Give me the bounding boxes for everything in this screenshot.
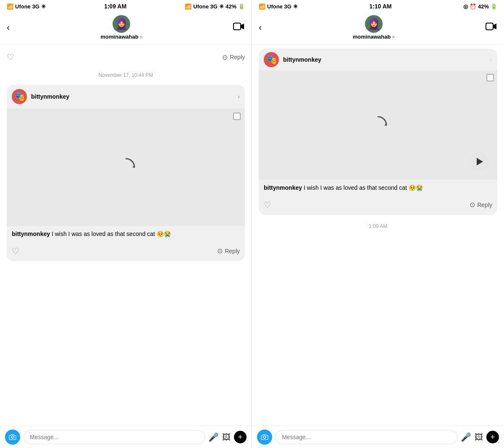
story-username-inline-left: bittynmonkey bbox=[12, 231, 50, 237]
plus-button-right[interactable]: + bbox=[486, 431, 499, 443]
back-button-left[interactable]: ‹ bbox=[7, 22, 10, 33]
status-right-left: 📶 Ufone 3G ✳ 42% 🔋 bbox=[185, 3, 245, 10]
timestamp-right: 1:09 AM bbox=[259, 221, 497, 232]
story-card-header-left[interactable]: 🎭 bittynmonkey › bbox=[7, 85, 245, 108]
heart-button-prev[interactable]: ♡ bbox=[7, 52, 14, 62]
reply-button-story-left[interactable]: ⊙ Reply bbox=[217, 247, 240, 255]
nav-bar-left: ‹ 🧕 mominawahab > bbox=[0, 13, 252, 45]
story-text-right-top: bittynmonkey I wish I was as loved as th… bbox=[259, 180, 497, 196]
story-message-right-top: I wish I was as loved as that second cat… bbox=[302, 184, 423, 191]
story-actions-right: ♡ ⊙ Reply bbox=[259, 196, 497, 215]
story-checkbox-right-top[interactable] bbox=[486, 74, 494, 81]
top-partial-card-right: 🎭 bittynmonkey › bbox=[259, 49, 497, 215]
time-left: 1:09 AM bbox=[104, 3, 126, 10]
story-chevron-left: › bbox=[238, 93, 240, 100]
timestamp-left: November 17, 10:44 PM bbox=[7, 70, 245, 81]
svg-point-1 bbox=[11, 436, 14, 438]
loading-spinner-left bbox=[116, 157, 136, 178]
loading-spinner-right-top bbox=[368, 115, 388, 136]
avatar-left: 🧕 bbox=[113, 15, 130, 33]
message-input-left[interactable] bbox=[24, 430, 205, 444]
carrier2-text: Ufone 3G bbox=[193, 3, 218, 10]
loc-icon: ✳ bbox=[219, 3, 224, 10]
status-bar-right: 📶 Ufone 3G ✳ 1:10 AM ◎ ⏰ 42% 🔋 bbox=[252, 0, 504, 13]
input-icons-right: 🎤 🖼 + bbox=[461, 431, 499, 443]
video-button-right[interactable] bbox=[486, 22, 497, 33]
input-bar-left: 🎤 🖼 + bbox=[0, 426, 252, 448]
camera-button-left[interactable] bbox=[5, 430, 20, 445]
reply-label-story-right: Reply bbox=[477, 202, 492, 208]
story-avatar-top-right: 🎭 bbox=[264, 52, 279, 67]
play-button-right[interactable] bbox=[470, 152, 489, 171]
username-text-right: mominawahab bbox=[353, 34, 391, 40]
camera-reply-icon-story-left: ⊙ bbox=[217, 247, 223, 255]
status-carrier-right: 📶 Ufone 3G ✳ bbox=[259, 3, 298, 10]
heart-button-story-left[interactable]: ♡ bbox=[12, 246, 19, 256]
loc-icon-right: ◎ bbox=[463, 3, 468, 10]
camera-reply-icon: ⊙ bbox=[222, 53, 228, 61]
chat-content-right: 🎭 bittynmonkey › bbox=[252, 45, 504, 426]
reply-button-story-right[interactable]: ⊙ Reply bbox=[470, 201, 492, 209]
message-input-right[interactable] bbox=[276, 430, 457, 444]
nav-bar-right: ‹ 🧕 mominawahab > bbox=[252, 13, 504, 45]
partial-username-right: bittynmonkey bbox=[283, 56, 486, 63]
alarm-icon: ⏰ bbox=[470, 3, 476, 10]
battery-right: 42% bbox=[478, 3, 489, 10]
camera-reply-icon-story-right: ⊙ bbox=[470, 201, 475, 209]
video-button-left[interactable] bbox=[233, 22, 245, 33]
username-left: mominawahab > bbox=[100, 34, 142, 40]
input-icons-left: 🎤 🖼 + bbox=[208, 431, 247, 443]
story-image-area-right-top bbox=[259, 71, 497, 180]
story-username-inline-right-top: bittynmonkey bbox=[264, 184, 302, 191]
svg-point-3 bbox=[263, 436, 266, 438]
avatar-right: 🧕 bbox=[365, 15, 383, 33]
signal2-icon: 📶 bbox=[185, 3, 192, 10]
play-triangle-icon bbox=[477, 158, 483, 165]
heart-button-story-right[interactable]: ♡ bbox=[264, 200, 271, 210]
status-right-right: ◎ ⏰ 42% 🔋 bbox=[463, 3, 497, 10]
status-bar-left: 📶 Ufone 3G ✳ 1:09 AM 📶 Ufone 3G ✳ 42% 🔋 bbox=[0, 0, 252, 13]
story-username-left: bittynmonkey bbox=[31, 93, 234, 100]
wifi-icon: ✳ bbox=[41, 3, 46, 10]
input-bar-right: 🎤 🖼 + bbox=[252, 426, 504, 448]
right-phone-panel: 📶 Ufone 3G ✳ 1:10 AM ◎ ⏰ 42% 🔋 ‹ 🧕 momin… bbox=[252, 0, 504, 448]
gallery-icon-left[interactable]: 🖼 bbox=[222, 432, 231, 442]
plus-button-left[interactable]: + bbox=[234, 431, 247, 443]
mic-icon-left[interactable]: 🎤 bbox=[208, 432, 219, 442]
battery-left: 42% bbox=[226, 3, 236, 10]
signal-icon: 📶 bbox=[7, 3, 13, 10]
username-right: mominawahab > bbox=[353, 34, 395, 40]
mic-icon-right[interactable]: 🎤 bbox=[461, 432, 471, 442]
camera-button-right[interactable] bbox=[257, 430, 272, 445]
chat-content-left: ♡ ⊙ Reply November 17, 10:44 PM 🎭 bittyn… bbox=[0, 45, 252, 426]
story-actions-left: ♡ ⊙ Reply bbox=[7, 243, 245, 261]
carrier-text-left: Ufone 3G bbox=[15, 3, 39, 10]
time-right: 1:10 AM bbox=[369, 3, 391, 10]
prev-message-actions: ♡ ⊙ Reply bbox=[7, 49, 245, 65]
wifi-icon-right: ✳ bbox=[293, 3, 298, 10]
status-carrier-left: 📶 Ufone 3G ✳ bbox=[7, 3, 46, 10]
nav-center-left[interactable]: 🧕 mominawahab > bbox=[100, 15, 142, 40]
story-avatar-left: 🎭 bbox=[12, 89, 27, 104]
battery-icon-right: 🔋 bbox=[491, 3, 497, 10]
username-text-left: mominawahab bbox=[100, 34, 138, 40]
reply-label-prev: Reply bbox=[230, 54, 245, 60]
svg-rect-2 bbox=[486, 23, 493, 30]
left-phone-panel: 📶 Ufone 3G ✳ 1:09 AM 📶 Ufone 3G ✳ 42% 🔋 … bbox=[0, 0, 252, 448]
nav-chevron-right: > bbox=[392, 34, 394, 39]
story-text-left: bittynmonkey I wish I was as loved as th… bbox=[7, 226, 245, 243]
story-image-area-left bbox=[7, 108, 245, 226]
back-button-right[interactable]: ‹ bbox=[259, 22, 262, 33]
battery-icon: 🔋 bbox=[238, 3, 245, 10]
reply-button-prev[interactable]: ⊙ Reply bbox=[222, 53, 245, 61]
gallery-icon-right[interactable]: 🖼 bbox=[475, 432, 483, 442]
carrier-text-right: Ufone 3G bbox=[267, 3, 291, 10]
top-partial-header-right[interactable]: 🎭 bittynmonkey › bbox=[259, 49, 497, 71]
story-message-left: I wish I was as loved as that second cat… bbox=[50, 231, 171, 237]
reply-label-story-left: Reply bbox=[225, 248, 240, 254]
nav-center-right[interactable]: 🧕 mominawahab > bbox=[353, 15, 395, 40]
svg-rect-0 bbox=[234, 23, 241, 30]
nav-chevron-left: > bbox=[140, 34, 142, 39]
story-checkbox-left[interactable] bbox=[233, 113, 241, 120]
signal-icon-right: 📶 bbox=[259, 3, 265, 10]
